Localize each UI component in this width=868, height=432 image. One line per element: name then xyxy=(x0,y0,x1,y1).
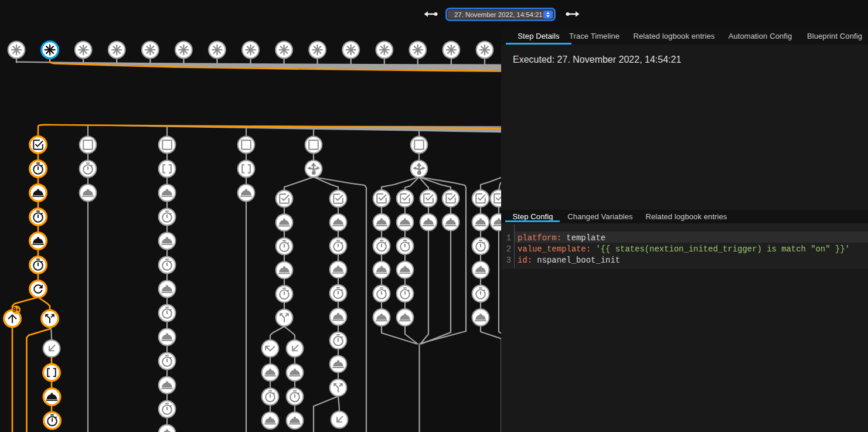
svg-text:9+: 9+ xyxy=(13,306,20,313)
